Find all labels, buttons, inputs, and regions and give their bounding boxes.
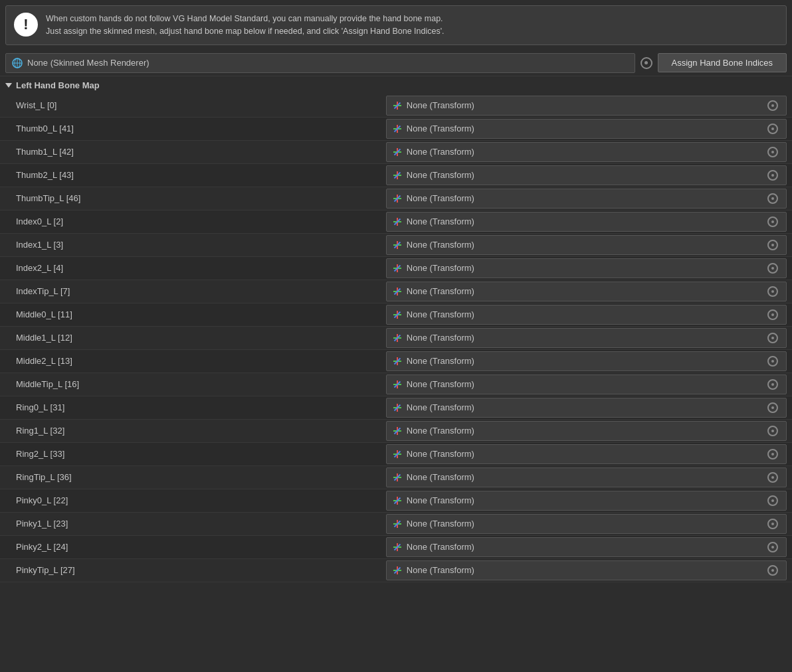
table-row: Thumb2_L [43] None (Transform) bbox=[0, 164, 792, 187]
transform-target-button[interactable] bbox=[765, 331, 781, 345]
transform-field[interactable]: None (Transform) bbox=[386, 421, 787, 441]
small-target-icon bbox=[767, 565, 778, 576]
transform-field[interactable]: None (Transform) bbox=[386, 305, 787, 325]
transform-target-button[interactable] bbox=[765, 517, 781, 531]
transform-target-button[interactable] bbox=[765, 262, 781, 275]
small-target-icon bbox=[767, 124, 778, 134]
transform-icon bbox=[392, 263, 403, 274]
transform-field[interactable]: None (Transform) bbox=[386, 235, 787, 255]
small-target-icon bbox=[767, 309, 778, 320]
transform-value: None (Transform) bbox=[407, 333, 474, 343]
skinned-mesh-row: None (Skinned Mesh Renderer) Assign Hand… bbox=[0, 50, 792, 76]
transform-target-button[interactable] bbox=[765, 401, 781, 414]
transform-target-button[interactable] bbox=[765, 494, 781, 507]
transform-target-button[interactable] bbox=[765, 448, 781, 461]
transform-target-button[interactable] bbox=[765, 285, 781, 298]
bone-label: Thumb1_L [42] bbox=[16, 147, 386, 157]
table-row: Thumb1_L [42] None (Transform) bbox=[0, 141, 792, 164]
transform-field[interactable]: None (Transform) bbox=[386, 444, 787, 464]
skinned-mesh-field[interactable]: None (Skinned Mesh Renderer) bbox=[5, 53, 635, 73]
transform-field[interactable]: None (Transform) bbox=[386, 537, 787, 557]
transform-target-button[interactable] bbox=[765, 169, 781, 182]
transform-icon bbox=[392, 216, 403, 227]
transform-value: None (Transform) bbox=[407, 100, 474, 110]
table-row: Pinky1_L [23] None (Transform) bbox=[0, 513, 792, 536]
transform-target-button[interactable] bbox=[765, 145, 781, 159]
transform-target-button[interactable] bbox=[765, 541, 781, 554]
table-row: Pinky2_L [24] None (Transform) bbox=[0, 536, 792, 559]
transform-value: None (Transform) bbox=[407, 402, 474, 412]
table-row: IndexTip_L [7] None (Transform) bbox=[0, 280, 792, 303]
transform-value: None (Transform) bbox=[407, 495, 474, 505]
bone-label: PinkyTip_L [27] bbox=[16, 565, 386, 575]
transform-field[interactable]: None (Transform) bbox=[386, 119, 787, 139]
transform-target-button[interactable] bbox=[765, 192, 781, 205]
transform-icon bbox=[392, 426, 403, 436]
table-row: Middle0_L [11] None (Transform) bbox=[0, 303, 792, 327]
section-title: Left Hand Bone Map bbox=[16, 80, 100, 90]
small-target-icon bbox=[767, 216, 778, 227]
transform-value: None (Transform) bbox=[407, 124, 474, 133]
transform-field[interactable]: None (Transform) bbox=[386, 351, 787, 371]
transform-field[interactable]: None (Transform) bbox=[386, 165, 787, 185]
transform-field[interactable]: None (Transform) bbox=[386, 142, 787, 162]
transform-field[interactable]: None (Transform) bbox=[386, 514, 787, 534]
table-row: Middle1_L [12] None (Transform) bbox=[0, 327, 792, 350]
transform-field[interactable]: None (Transform) bbox=[386, 560, 787, 580]
transform-field[interactable]: None (Transform) bbox=[386, 467, 787, 487]
transform-field[interactable]: None (Transform) bbox=[386, 282, 787, 301]
table-row: ThumbTip_L [46] None (Transform) bbox=[0, 187, 792, 210]
small-target-icon bbox=[767, 402, 778, 413]
small-target-icon bbox=[767, 472, 778, 483]
transform-icon bbox=[392, 379, 403, 390]
transform-target-button[interactable] bbox=[765, 424, 781, 438]
bone-label: Thumb2_L [43] bbox=[16, 170, 386, 180]
transform-target-button[interactable] bbox=[765, 308, 781, 321]
transform-target-button[interactable] bbox=[765, 99, 781, 112]
transform-field[interactable]: None (Transform) bbox=[386, 375, 787, 394]
bone-label: Pinky1_L [23] bbox=[16, 519, 386, 529]
assign-hand-bone-button[interactable]: Assign Hand Bone Indices bbox=[658, 53, 787, 72]
table-row: Ring0_L [31] None (Transform) bbox=[0, 396, 792, 420]
transform-field[interactable]: None (Transform) bbox=[386, 491, 787, 511]
table-row: Index2_L [4] None (Transform) bbox=[0, 257, 792, 280]
transform-icon bbox=[392, 356, 403, 367]
transform-icon bbox=[392, 240, 403, 250]
transform-value: None (Transform) bbox=[407, 356, 474, 366]
skinned-mesh-target-button[interactable] bbox=[639, 56, 654, 70]
transform-target-button[interactable] bbox=[765, 564, 781, 577]
transform-field[interactable]: None (Transform) bbox=[386, 398, 787, 418]
table-row: Ring1_L [32] None (Transform) bbox=[0, 420, 792, 443]
left-hand-bone-map-section-header[interactable]: Left Hand Bone Map bbox=[0, 76, 792, 94]
bone-map-list: Wrist_L [0] None (Transform) Thumb0_L [4… bbox=[0, 94, 792, 582]
transform-value: None (Transform) bbox=[407, 286, 474, 296]
bone-label: Pinky2_L [24] bbox=[16, 542, 386, 552]
table-row: Middle2_L [13] None (Transform) bbox=[0, 350, 792, 373]
transform-icon bbox=[392, 100, 403, 111]
transform-target-button[interactable] bbox=[765, 238, 781, 252]
transform-icon bbox=[392, 286, 403, 297]
bone-label: Ring0_L [31] bbox=[16, 402, 386, 412]
transform-target-button[interactable] bbox=[765, 378, 781, 391]
transform-field[interactable]: None (Transform) bbox=[386, 212, 787, 232]
small-target-icon bbox=[767, 147, 778, 157]
small-target-icon bbox=[767, 170, 778, 181]
transform-target-button[interactable] bbox=[765, 355, 781, 368]
transform-field[interactable]: None (Transform) bbox=[386, 328, 787, 348]
transform-field[interactable]: None (Transform) bbox=[386, 258, 787, 278]
bone-label: Middle0_L [11] bbox=[16, 309, 386, 319]
transform-field[interactable]: None (Transform) bbox=[386, 189, 787, 209]
transform-target-button[interactable] bbox=[765, 471, 781, 484]
table-row: Index1_L [3] None (Transform) bbox=[0, 234, 792, 257]
small-target-icon bbox=[767, 263, 778, 274]
table-row: Ring2_L [33] None (Transform) bbox=[0, 443, 792, 466]
transform-target-button[interactable] bbox=[765, 215, 781, 228]
transform-target-button[interactable] bbox=[765, 122, 781, 135]
transform-value: None (Transform) bbox=[407, 565, 474, 575]
transform-field[interactable]: None (Transform) bbox=[386, 96, 787, 116]
transform-value: None (Transform) bbox=[407, 263, 474, 273]
table-row: PinkyTip_L [27] None (Transform) bbox=[0, 559, 792, 582]
transform-icon bbox=[392, 193, 403, 204]
transform-value: None (Transform) bbox=[407, 426, 474, 436]
small-target-icon bbox=[767, 193, 778, 204]
